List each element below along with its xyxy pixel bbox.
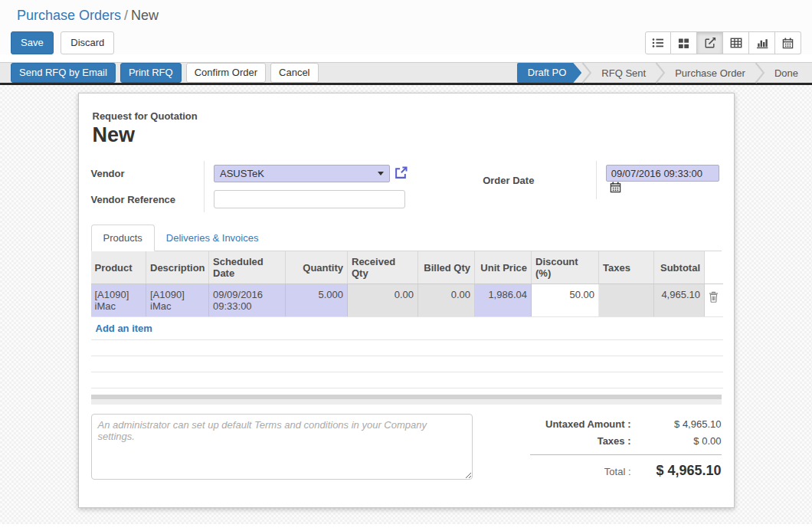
vendor-reference-label: Vendor Reference xyxy=(91,186,205,212)
statusbar-buttons: Send RFQ by Email Print RFQ Confirm Orde… xyxy=(11,63,323,83)
vendor-label: Vendor xyxy=(91,161,205,186)
empty-line-row xyxy=(91,356,723,372)
col-header-description: Description xyxy=(146,251,209,284)
tab-products[interactable]: Products xyxy=(91,225,155,251)
col-header-quantity: Quantity xyxy=(286,251,348,284)
breadcrumb-separator: / xyxy=(124,8,128,23)
statusbar: Send RFQ by Email Print RFQ Confirm Orde… xyxy=(0,62,812,85)
page-title: New xyxy=(93,123,722,147)
form-subtitle: Request for Quotation xyxy=(93,110,722,122)
left-field-group: Vendor ASUSTeK Vendor Reference xyxy=(91,161,483,212)
stage-draft-po[interactable]: Draft PO xyxy=(517,63,582,83)
list-view-button[interactable] xyxy=(645,31,671,54)
form-view-button[interactable] xyxy=(697,31,723,54)
vendor-select-value: ASUSTeK xyxy=(220,168,378,179)
delete-line-button[interactable] xyxy=(705,284,723,317)
cell-taxes[interactable] xyxy=(599,284,654,317)
bar-chart-icon xyxy=(756,37,768,49)
totals-summary: Untaxed Amount : $ 4,965.10 Taxes : $ 0.… xyxy=(490,414,722,484)
chevron-right-icon xyxy=(581,62,592,84)
col-header-scheduled-date: Scheduled Date xyxy=(209,251,286,284)
control-panel: Purchase Orders/New Save Discard xyxy=(0,0,812,54)
col-header-discount: Discount (%) xyxy=(532,251,599,284)
add-item-row: Add an item xyxy=(91,317,723,340)
cancel-button[interactable]: Cancel xyxy=(270,63,318,83)
send-rfq-by-email-button[interactable]: Send RFQ by Email xyxy=(11,63,116,83)
table-header-row: Product Description Scheduled Date Quant… xyxy=(91,251,723,284)
kanban-icon xyxy=(678,38,689,49)
calendar-icon xyxy=(782,38,794,49)
order-date-label: Order Date xyxy=(483,161,596,199)
cell-product[interactable]: [A1090] iMac xyxy=(91,284,146,317)
order-line-row: [A1090] iMac [A1090] iMac 09/09/2016 09:… xyxy=(91,284,723,317)
chevron-right-icon xyxy=(655,62,666,84)
cell-received-qty: 0.00 xyxy=(348,284,418,317)
stage-done[interactable]: Done xyxy=(765,67,807,79)
untaxed-amount-value: $ 4,965.10 xyxy=(631,418,722,430)
cell-description[interactable]: [A1090] iMac xyxy=(146,284,209,317)
empty-line-row xyxy=(91,372,723,388)
cell-unit-price[interactable]: 1,986.04 xyxy=(475,284,532,317)
chevron-right-icon xyxy=(755,62,765,84)
vendor-select[interactable]: ASUSTeK xyxy=(214,165,390,182)
confirm-order-button[interactable]: Confirm Order xyxy=(186,63,266,83)
save-button[interactable]: Save xyxy=(11,31,54,54)
form-background: Request for Quotation New Vendor ASUSTeK… xyxy=(0,85,812,524)
notebook-tabs: Products Deliveries & Invoices xyxy=(91,225,722,251)
right-field-group: Order Date xyxy=(483,161,721,199)
datepicker-calendar-icon[interactable] xyxy=(610,182,621,195)
cell-quantity[interactable]: 5.000 xyxy=(286,284,348,317)
total-label: Total : xyxy=(604,466,631,477)
tab-deliveries-invoices[interactable]: Deliveries & Invoices xyxy=(155,225,270,251)
col-header-product: Product xyxy=(91,251,146,284)
list-icon xyxy=(652,37,664,49)
untaxed-amount-label: Untaxed Amount : xyxy=(545,418,630,430)
kanban-view-button[interactable] xyxy=(671,31,697,54)
breadcrumb-purchase-orders[interactable]: Purchase Orders xyxy=(17,8,121,23)
vendor-reference-input[interactable] xyxy=(214,190,405,208)
view-switcher xyxy=(645,31,801,54)
cell-discount[interactable]: 50.00 xyxy=(532,284,599,317)
form-buttons: Save Discard xyxy=(11,31,114,54)
taxes-label: Taxes : xyxy=(598,435,631,447)
trash-icon xyxy=(709,293,719,305)
edit-form-icon xyxy=(704,37,716,49)
col-header-unit-price: Unit Price xyxy=(475,251,532,284)
horizontal-scrollbar[interactable] xyxy=(91,395,722,405)
cell-billed-qty: 0.00 xyxy=(418,284,475,317)
order-date-input[interactable] xyxy=(606,165,719,182)
external-link-icon[interactable] xyxy=(395,166,408,182)
stage-purchase-order[interactable]: Purchase Order xyxy=(666,67,755,79)
col-header-subtotal: Subtotal xyxy=(654,251,705,284)
print-rfq-button[interactable]: Print RFQ xyxy=(120,63,182,83)
taxes-value: $ 0.00 xyxy=(631,435,722,447)
cell-scheduled-date[interactable]: 09/09/2016 09:33:00 xyxy=(209,284,286,317)
col-header-received-qty: Received Qty xyxy=(348,251,418,284)
discard-button[interactable]: Discard xyxy=(61,31,114,54)
chevron-down-icon xyxy=(378,172,384,175)
col-header-billed-qty: Billed Qty xyxy=(418,251,475,284)
order-lines-table: Product Description Scheduled Date Quant… xyxy=(91,251,723,388)
breadcrumb: Purchase Orders/New xyxy=(17,8,812,24)
pivot-table-icon xyxy=(730,37,742,49)
breadcrumb-current: New xyxy=(131,8,159,23)
cell-subtotal: 4,965.10 xyxy=(654,284,705,317)
col-header-delete xyxy=(705,251,723,284)
col-header-taxes: Taxes xyxy=(599,251,654,284)
form-sheet: Request for Quotation New Vendor ASUSTeK… xyxy=(78,93,735,508)
totals-divider xyxy=(530,454,722,455)
add-an-item-link[interactable]: Add an item xyxy=(96,323,152,334)
stage-rfq-sent[interactable]: RFQ Sent xyxy=(592,67,655,79)
empty-line-row xyxy=(91,340,723,356)
pivot-view-button[interactable] xyxy=(723,31,749,54)
graph-view-button[interactable] xyxy=(749,31,775,54)
total-value: $ 4,965.10 xyxy=(631,463,722,479)
terms-conditions-textarea[interactable] xyxy=(91,414,473,480)
calendar-view-button[interactable] xyxy=(775,31,801,54)
status-pipeline: Draft PO RFQ Sent Purchase Order Done xyxy=(517,61,807,84)
scrollbar-thumb[interactable] xyxy=(91,395,722,399)
